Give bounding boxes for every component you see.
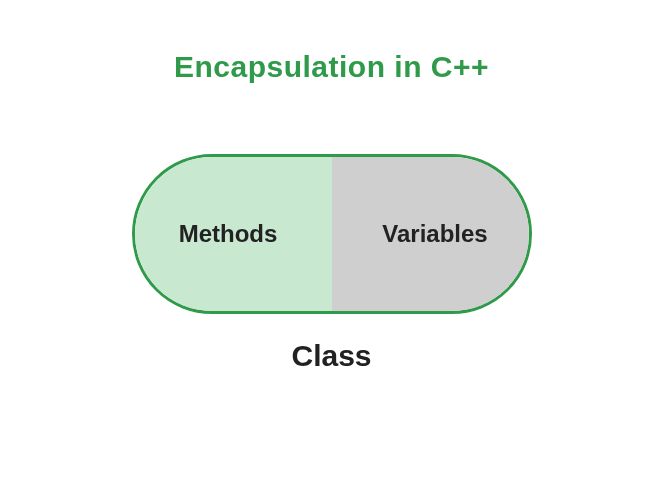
diagram-title: Encapsulation in C++ [174, 50, 489, 84]
methods-label: Methods [179, 220, 278, 248]
variables-label: Variables [382, 220, 487, 248]
class-label: Class [291, 339, 371, 373]
encapsulation-capsule: Methods Variables [132, 154, 532, 314]
capsule-right-half: Variables [332, 157, 529, 311]
capsule-left-half: Methods [135, 157, 332, 311]
capsule-container: Methods Variables [132, 154, 532, 314]
